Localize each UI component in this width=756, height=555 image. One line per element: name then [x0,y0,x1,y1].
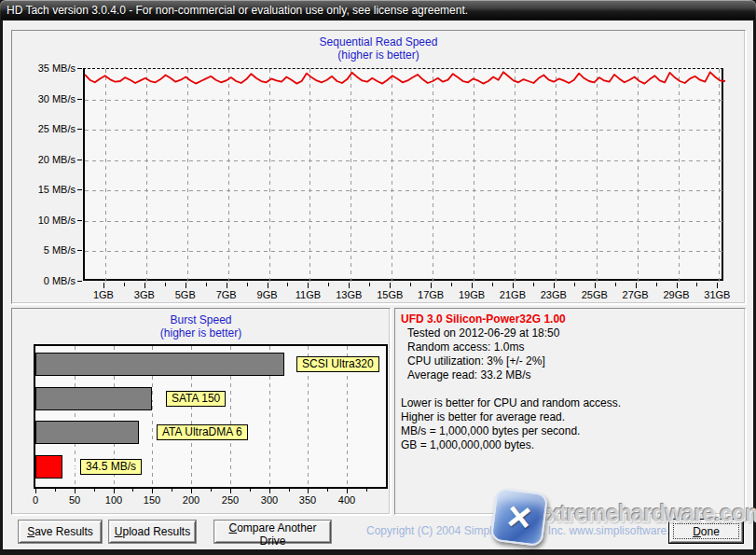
seq-x-tick [451,283,452,286]
seq-y-tick [77,99,82,100]
burst-bar-connector [62,466,81,468]
burst-x-tick [191,489,192,493]
seq-x-tick [144,283,145,288]
seq-y-label: 10 MB/s [20,215,76,226]
compare-another-drive-button[interactable]: Compare Another Drive [214,520,331,543]
drive-note-line: MB/s = 1,000,000 bytes per second. [401,424,739,438]
burst-x-tick [308,489,309,493]
seq-y-tick [77,189,82,190]
burst-x-tick [327,489,328,492]
seq-x-tick [677,283,678,288]
seq-x-label: 5GB [167,289,204,300]
seq-x-tick [328,283,329,286]
seq-y-tick [77,160,82,160]
seq-x-tick [124,283,125,286]
seq-y-tick [77,220,82,221]
seq-x-label: 21GB [494,289,531,300]
sequential-read-panel: Sequential Read Speed (higher is better)… [11,30,746,304]
seq-x-tick [247,283,248,286]
seq-x-tick [717,283,718,288]
burst-x-label: 100 [100,494,128,506]
burst-x-label: 50 [61,494,89,506]
upload-results-button[interactable]: Upload Results [109,520,196,543]
seq-x-tick [533,283,534,286]
seq-read-line [85,72,725,83]
info-spacer [401,382,739,396]
seq-x-tick [656,283,657,286]
burst-bar-connector [284,364,296,366]
seq-y-tick [77,68,82,69]
seq-y-label: 25 MB/s [20,123,76,134]
done-label: Done [693,525,720,538]
seq-x-tick [349,283,350,288]
seq-y-tick [77,281,82,282]
drive-detail-line: Tested on 2012-06-29 at 18:50 [401,326,739,340]
drive-test-details: Tested on 2012-06-29 at 18:50Random acce… [401,326,739,382]
drive-name: UFD 3.0 Silicon-Power32G 1.00 [401,312,739,326]
seq-x-tick [410,283,411,286]
drive-info-notes: Lower is better for CPU and random acces… [401,396,739,452]
seq-chart-title: Sequential Read Speed (higher is better) [12,31,745,62]
burst-x-tick [75,489,76,493]
burst-bar-ata-ultradma-6 [35,421,139,444]
seq-x-label: 29GB [658,289,695,300]
burst-x-tick [289,489,290,492]
burst-bar-label: SCSI Ultra320 [296,356,379,372]
burst-bar-label: ATA UltraDMA 6 [157,424,248,440]
copyright-text: Copyright (C) 2004 Simpli Software, Inc.… [366,524,691,537]
save-results-button[interactable]: Save Results [19,520,102,543]
seq-x-label: 13GB [330,289,367,300]
window-title: HD Tach version 3.0.4.0 - For non-commer… [7,4,468,17]
burst-x-tick [269,489,270,493]
burst-bar-34-5-mb-s [35,455,62,479]
seq-x-tick [513,283,514,288]
seq-x-tick [472,283,473,288]
seq-read-svg [85,69,725,282]
seq-x-label: 3GB [126,289,163,300]
burst-x-tick [172,489,172,492]
app-window: HD Tach version 3.0.4.0 - For non-commer… [0,0,756,555]
client-area: Sequential Read Speed (higher is better)… [3,21,753,549]
title-bar[interactable]: HD Tach version 3.0.4.0 - For non-commer… [0,0,756,21]
burst-x-label: 200 [177,494,205,506]
seq-y-tick [77,250,82,251]
burst-x-tick [347,489,348,493]
burst-x-tick [132,489,133,492]
seq-x-tick [165,283,166,286]
done-button[interactable]: Done [669,520,743,543]
seq-x-tick [287,283,288,286]
burst-x-label: 0 [21,494,49,506]
drive-detail-line: CPU utilization: 3% [+/- 2%] [401,354,739,368]
drive-detail-line: Average read: 33.2 MB/s [401,368,739,382]
burst-x-label: 300 [255,494,283,506]
seq-x-label: 27GB [617,289,654,300]
burst-x-label: 350 [294,494,322,506]
seq-x-tick [206,283,207,286]
burst-x-tick [366,489,367,492]
burst-bar-chart: SCSI Ultra320SATA 150ATA UltraDMA 634.5 … [34,344,388,489]
burst-chart-title-line2: (higher is better) [12,326,390,340]
seq-x-tick [636,283,637,288]
seq-x-tick [574,283,575,286]
seq-y-label: 5 MB/s [20,244,76,256]
seq-x-tick [103,283,104,288]
burst-x-tick [55,489,56,492]
seq-x-tick [308,283,309,288]
seq-read-line-chart [83,68,723,281]
burst-x-tick [114,489,115,493]
seq-x-tick [595,283,596,288]
burst-x-tick [211,489,212,492]
seq-y-label: 0 MB/s [20,275,76,286]
seq-x-tick [696,283,697,286]
seq-x-tick [227,283,227,288]
burst-chart-title-line1: Burst Speed [12,313,390,326]
seq-y-tick [77,129,82,130]
burst-x-tick [152,489,153,493]
burst-bar-label: 34.5 MB/s [80,459,142,475]
drive-detail-line: Random access: 1.0ms [401,340,739,354]
burst-x-label: 250 [216,494,244,506]
seq-x-tick [268,283,268,288]
seq-y-label: 35 MB/s [20,62,76,74]
seq-y-label: 15 MB/s [20,184,76,195]
seq-x-label: 17GB [412,289,449,300]
